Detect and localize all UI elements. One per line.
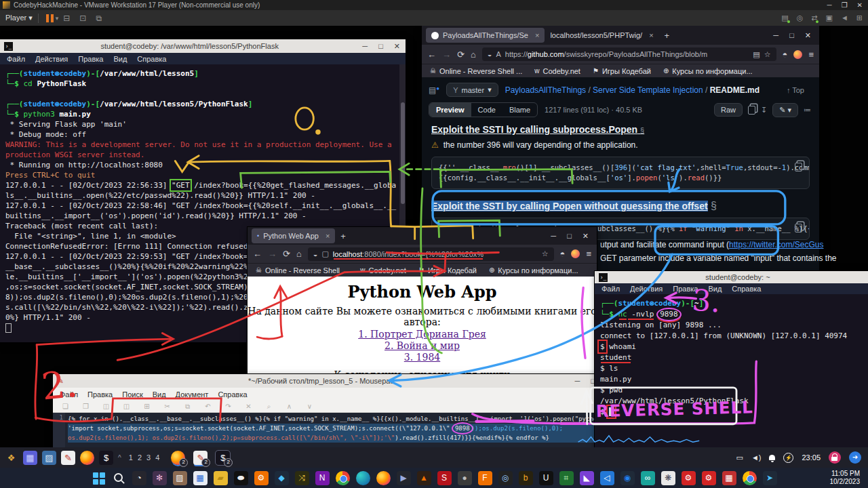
- app-icon[interactable]: ✕: [241, 399, 256, 413]
- app-icon[interactable]: ▦: [722, 471, 736, 485]
- tab-preview[interactable]: Preview: [429, 103, 471, 117]
- book-link-3[interactable]: 3. 1984: [248, 352, 597, 363]
- minimize-icon[interactable]: ─: [773, 31, 778, 40]
- view-tabs[interactable]: PreviewCodeBlame: [429, 102, 538, 117]
- tab-blame[interactable]: Blame: [502, 103, 537, 117]
- code-block-subprocess[interactable]: {{''.__class__.mro()[1].__subclasses__()…: [431, 157, 810, 189]
- app-icon[interactable]: ▦: [193, 471, 208, 485]
- bookmark-item[interactable]: ☠Online - Reverse Shell ...: [430, 67, 522, 75]
- menu-icon[interactable]: ≡: [808, 49, 814, 60]
- app-icon[interactable]: 2: [171, 451, 185, 465]
- book-link-2[interactable]: 2. Война и мир: [248, 340, 597, 351]
- bookmark-item[interactable]: ⊕Курсы по информаци...: [489, 266, 578, 274]
- printer-icon[interactable]: ⊞: [856, 14, 863, 22]
- menu-item-вид[interactable]: Вид: [708, 285, 722, 293]
- menu-item-действия[interactable]: Действия: [630, 285, 663, 293]
- bookmark-item[interactable]: ⊕Курсы по информаци...: [663, 67, 753, 75]
- bookmark-item[interactable]: ⚑Игры Кодебай: [418, 266, 477, 274]
- shield-icon[interactable]: ◒: [313, 250, 318, 258]
- volume-icon[interactable]: ◄): [751, 453, 762, 462]
- app-icon[interactable]: ◫: [99, 399, 113, 413]
- tab-python-web-app[interactable]: • Python Web App ×: [252, 228, 335, 243]
- menu-item-вид[interactable]: Вид: [153, 390, 166, 399]
- home-icon[interactable]: ⌂: [471, 49, 476, 60]
- forward-icon[interactable]: →: [442, 49, 451, 60]
- firefox-account-icon[interactable]: [793, 50, 802, 59]
- new-tab-button[interactable]: +: [340, 231, 346, 241]
- session-icon[interactable]: ➜: [849, 451, 861, 464]
- pause-button[interactable]: [46, 14, 54, 22]
- mousepad-toolbar[interactable]: ❏❐◫◫⊞✂⧉↶↷✕⌕∧∨: [53, 401, 601, 413]
- app-icon[interactable]: ▨: [173, 471, 187, 485]
- app-icon[interactable]: ↶: [201, 399, 215, 413]
- app-icon[interactable]: ❐: [79, 399, 93, 413]
- app-icon[interactable]: ◣: [580, 471, 594, 485]
- download-icon[interactable]: ↧: [761, 106, 767, 115]
- menu-item-правка[interactable]: Правка: [78, 55, 103, 63]
- close-icon[interactable]: ✕: [394, 42, 400, 51]
- vm-clock[interactable]: 23:05: [802, 453, 821, 462]
- menu-item-файл[interactable]: Файл: [7, 55, 25, 63]
- windows-clock[interactable]: 11:05 PM 10/2/2023: [830, 470, 868, 486]
- app-icon[interactable]: F: [478, 471, 492, 485]
- lock-icon[interactable]: [829, 451, 841, 464]
- copy-code-icon[interactable]: [795, 163, 802, 171]
- mousepad-titlebar[interactable]: ✎ *~/Рабочий стол/tmp_lesson_5 - Mousepa…: [53, 374, 601, 388]
- close-tab-icon[interactable]: ×: [326, 232, 330, 240]
- app-icon[interactable]: ➤: [763, 471, 777, 485]
- window-controls[interactable]: ─□: [575, 377, 597, 385]
- app-icon[interactable]: [376, 471, 391, 485]
- url-text[interactable]: localhost:8080/index?book={%%20for%20x%: [333, 250, 484, 258]
- maximize-icon[interactable]: □: [789, 31, 794, 40]
- hdd-icon[interactable]: ▤: [781, 14, 788, 22]
- heading-popen-offset[interactable]: Exploit the SSTI by calling Popen withou…: [431, 200, 810, 212]
- minimize-icon[interactable]: ─: [827, 1, 832, 9]
- app-icon[interactable]: ▶: [397, 471, 411, 485]
- vmware-window-controls[interactable]: ─❐✕: [827, 1, 868, 9]
- app-icon[interactable]: ∧: [282, 399, 296, 413]
- power-icon[interactable]: ⚡: [783, 453, 793, 463]
- app-icon[interactable]: ⚙: [682, 471, 696, 485]
- close-icon[interactable]: ✕: [805, 31, 811, 40]
- app-icon[interactable]: ✂: [160, 399, 174, 413]
- menu-item-правка[interactable]: Правка: [87, 390, 113, 399]
- app-icon[interactable]: ◁: [600, 471, 614, 485]
- app-icon[interactable]: ⚙: [254, 471, 269, 485]
- tab-code[interactable]: Code: [471, 103, 502, 117]
- close-icon[interactable]: ✕: [583, 232, 589, 241]
- anchor-link-icon[interactable]: §: [640, 126, 644, 134]
- pocket-icon[interactable]: ◓: [560, 249, 566, 259]
- taskbar-icons[interactable]: ◔✻▨▦▰⬬⚙◆⤨N▶▲S●F◎bU⌗◣◁◉∞❋⚙⚙▦➤: [0, 471, 868, 485]
- minimize-icon[interactable]: ─: [362, 42, 368, 51]
- app-icon[interactable]: ◉: [620, 471, 635, 485]
- minimize-icon[interactable]: ─: [551, 232, 556, 241]
- back-icon[interactable]: ←: [253, 249, 262, 259]
- app-icon[interactable]: ◆: [275, 471, 289, 485]
- display-icon[interactable]: ▭: [736, 453, 743, 462]
- raw-button[interactable]: Raw: [714, 103, 743, 117]
- bookmark-item[interactable]: wCodeby.net: [534, 67, 580, 75]
- app-icon[interactable]: U: [539, 471, 553, 485]
- terminal-shell-titlebar[interactable]: ›_ student@codeby: ~: [595, 271, 868, 283]
- tab-localhost-phptwig[interactable]: localhost/lesson5/PHPTwig/ ×: [545, 28, 658, 43]
- copy-icon[interactable]: [748, 106, 755, 115]
- home-icon[interactable]: ⌂: [296, 249, 302, 259]
- maximize-icon[interactable]: □: [378, 42, 383, 51]
- app-icon[interactable]: ▦: [23, 451, 37, 465]
- network-icon[interactable]: ⇄: [811, 14, 817, 22]
- pause-dropdown-icon[interactable]: ▾: [56, 15, 59, 22]
- app-icon[interactable]: ⌕: [262, 399, 276, 413]
- app-icon[interactable]: ⊞: [140, 399, 154, 413]
- app-icon[interactable]: S: [437, 471, 452, 485]
- menu-item-вид[interactable]: Вид: [113, 55, 127, 63]
- app-icon[interactable]: ✻: [153, 471, 167, 485]
- app-icon[interactable]: ●: [458, 471, 472, 485]
- minimize-icon[interactable]: ─: [575, 377, 580, 385]
- menu-item-правка[interactable]: Правка: [673, 285, 698, 293]
- close-icon[interactable]: ✕: [857, 1, 863, 9]
- maximize-icon[interactable]: ❐: [842, 1, 848, 9]
- app-icon[interactable]: ↷: [221, 399, 235, 413]
- app-icon[interactable]: $2: [216, 451, 230, 465]
- terminal-flask-titlebar[interactable]: ›_ student@codeby: /var/www/html/lesson5…: [0, 39, 406, 53]
- workspace-switcher[interactable]: 1 2 3 4: [129, 453, 161, 462]
